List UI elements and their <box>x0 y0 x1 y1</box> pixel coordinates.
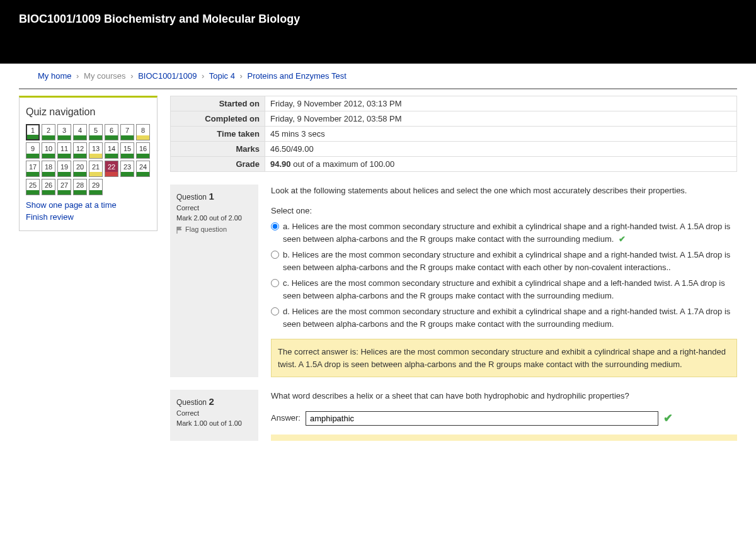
quiz-nav-cell-23[interactable]: 23 <box>120 161 134 177</box>
summary-started-label: Started on <box>171 96 265 111</box>
quiz-nav-cell-number: 17 <box>26 161 39 172</box>
quiz-nav-cell-status-bar <box>74 190 86 195</box>
quiz-nav-cell-24[interactable]: 24 <box>136 161 150 177</box>
flag-icon <box>176 227 183 234</box>
quiz-nav-cell-number: 1 <box>27 125 38 135</box>
summary-grade-bold: 94.90 <box>270 159 291 169</box>
quiz-nav-cell-22[interactable]: 22 <box>105 161 118 177</box>
summary-grade-label: Grade <box>171 157 265 172</box>
breadcrumb-sep: › <box>202 71 204 81</box>
question-number: 1 <box>209 191 214 202</box>
quiz-nav-cell-27[interactable]: 27 <box>57 179 71 195</box>
quiz-nav-cell-number: 27 <box>58 179 71 190</box>
flag-question[interactable]: Flag question <box>176 225 252 234</box>
quiz-nav-cell-29[interactable]: 29 <box>89 179 103 195</box>
quiz-nav-cell-number: 24 <box>137 161 149 172</box>
question-text: What word describes a helix or a sheet t… <box>271 390 737 402</box>
quiz-nav-cell-6[interactable]: 6 <box>105 124 118 140</box>
question-info: Question 1 Correct Mark 2.00 out of 2.00… <box>170 185 258 377</box>
quiz-nav-cell-7[interactable]: 7 <box>120 124 134 140</box>
quiz-nav-cell-3[interactable]: 3 <box>57 124 71 140</box>
breadcrumb-home[interactable]: My home <box>38 71 71 81</box>
quiz-nav-cell-number: 15 <box>121 143 134 154</box>
quiz-nav-cell-number: 22 <box>105 161 118 172</box>
quiz-nav-grid: 1234567891011121314151617181920212223242… <box>26 124 151 195</box>
quiz-nav-cell-2[interactable]: 2 <box>42 124 55 140</box>
quiz-nav-cell-status-bar <box>89 154 102 158</box>
quiz-nav-cell-26[interactable]: 26 <box>42 179 55 195</box>
quiz-nav-cell-17[interactable]: 17 <box>26 161 40 177</box>
quiz-nav-cell-status-bar <box>105 172 118 176</box>
summary-taken-value: 45 mins 3 secs <box>265 127 737 142</box>
quiz-nav-cell-number: 28 <box>74 179 86 190</box>
select-one-prompt: Select one: <box>271 205 737 217</box>
quiz-nav-cell-status-bar <box>105 135 118 140</box>
summary-grade-rest: out of a maximum of 100.00 <box>291 159 395 169</box>
quiz-nav-title: Quiz navigation <box>26 106 151 118</box>
breadcrumb-sep: › <box>130 71 133 81</box>
option-d[interactable]: d. Helices are the most common secondary… <box>271 305 737 330</box>
quiz-nav-cell-13[interactable]: 13 <box>89 142 103 159</box>
quiz-nav-cell-number: 9 <box>26 143 39 154</box>
quiz-nav-cell-number: 29 <box>89 179 102 190</box>
quiz-nav-cell-status-bar <box>89 172 102 176</box>
quiz-nav-cell-number: 14 <box>105 143 118 154</box>
quiz-nav-cell-number: 23 <box>121 161 134 172</box>
quiz-nav-cell-number: 26 <box>42 179 55 190</box>
quiz-nav-cell-11[interactable]: 11 <box>57 142 71 159</box>
quiz-nav-cell-16[interactable]: 16 <box>136 142 150 159</box>
quiz-nav-cell-1[interactable]: 1 <box>26 124 40 140</box>
option-a[interactable]: a. Helices are the most common secondary… <box>271 220 737 245</box>
option-c-radio[interactable] <box>271 279 279 287</box>
question-text: Look at the following statements about h… <box>271 185 737 197</box>
quiz-nav-cell-9[interactable]: 9 <box>26 142 40 159</box>
quiz-nav-cell-8[interactable]: 8 <box>136 124 150 140</box>
quiz-nav-cell-5[interactable]: 5 <box>89 124 103 140</box>
quiz-nav-cell-status-bar <box>74 135 86 140</box>
option-d-radio[interactable] <box>271 307 279 315</box>
link-one-page[interactable]: Show one page at a time <box>26 200 151 210</box>
quiz-nav-cell-28[interactable]: 28 <box>73 179 87 195</box>
quiz-nav-cell-status-bar <box>26 154 39 158</box>
quiz-nav-cell-21[interactable]: 21 <box>89 161 103 177</box>
question-mark: Mark 1.00 out of 1.00 <box>176 419 252 427</box>
quiz-nav-cell-status-bar <box>89 135 102 140</box>
breadcrumb-sep: › <box>76 71 79 81</box>
breadcrumb-page[interactable]: Proteins and Enzymes Test <box>248 71 346 81</box>
option-c[interactable]: c. Helices are the most common secondary… <box>271 277 737 302</box>
quiz-nav-cell-status-bar <box>137 135 149 140</box>
question-feedback: The correct answer is: Helices are the m… <box>271 339 737 377</box>
breadcrumb-topic[interactable]: Topic 4 <box>209 71 235 81</box>
option-b-radio[interactable] <box>271 251 279 259</box>
quiz-nav-cell-number: 19 <box>58 161 71 172</box>
option-a-radio[interactable] <box>271 222 279 230</box>
quiz-nav-cell-status-bar <box>58 172 71 176</box>
quiz-nav-cell-status-bar <box>26 172 39 176</box>
quiz-nav-cell-20[interactable]: 20 <box>73 161 87 177</box>
quiz-nav-cell-10[interactable]: 10 <box>42 142 55 159</box>
question-info: Question 2 Correct Mark 1.00 out of 1.00 <box>170 390 258 441</box>
quiz-nav-cell-number: 12 <box>74 143 86 154</box>
quiz-nav-cell-number: 10 <box>42 143 55 154</box>
quiz-nav-cell-4[interactable]: 4 <box>73 124 87 140</box>
quiz-nav-cell-number: 11 <box>58 143 71 154</box>
question-label: Question <box>176 398 207 407</box>
quiz-nav-cell-12[interactable]: 12 <box>73 142 87 159</box>
answer-input[interactable] <box>306 411 658 426</box>
quiz-nav-cell-25[interactable]: 25 <box>26 179 40 195</box>
quiz-navigation: Quiz navigation 123456789101112131415161… <box>19 96 158 231</box>
quiz-nav-cell-19[interactable]: 19 <box>57 161 71 177</box>
option-b[interactable]: b. Helices are the most common secondary… <box>271 249 737 273</box>
option-a-text: a. Helices are the most common secondary… <box>283 222 730 244</box>
link-finish-review[interactable]: Finish review <box>26 212 151 222</box>
breadcrumb-course[interactable]: BIOC1001/1009 <box>138 71 197 81</box>
quiz-nav-cell-status-bar <box>137 154 149 158</box>
quiz-nav-cell-15[interactable]: 15 <box>120 142 134 159</box>
quiz-nav-cell-status-bar <box>74 172 86 176</box>
quiz-nav-cell-number: 18 <box>42 161 55 172</box>
quiz-nav-cell-14[interactable]: 14 <box>105 142 118 159</box>
check-icon: ✔ <box>619 234 626 244</box>
question-state: Correct <box>176 409 252 417</box>
quiz-nav-cell-status-bar <box>74 154 86 158</box>
quiz-nav-cell-18[interactable]: 18 <box>42 161 55 177</box>
